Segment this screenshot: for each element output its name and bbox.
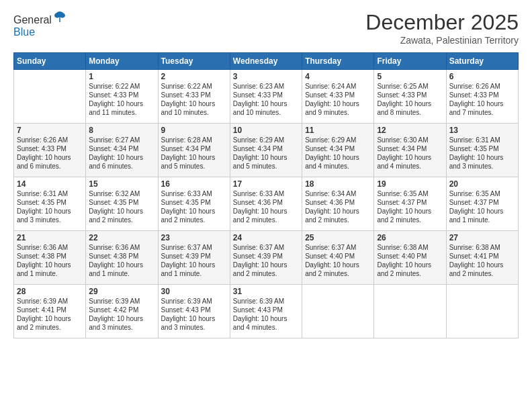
calendar-weekday-header: Monday [86,53,158,70]
header: General Blue December 2025 Zawata, Pales… [13,10,519,46]
page: General Blue December 2025 Zawata, Pales… [0,0,532,411]
calendar-cell: 26Sunrise: 6:38 AM Sunset: 4:40 PM Dayli… [374,231,446,285]
calendar-cell: 2Sunrise: 6:22 AM Sunset: 4:33 PM Daylig… [158,70,230,124]
calendar-cell: 23Sunrise: 6:37 AM Sunset: 4:39 PM Dayli… [158,231,230,285]
calendar-cell [374,285,446,338]
day-info: Sunrise: 6:38 AM Sunset: 4:40 PM Dayligh… [377,243,443,278]
day-number: 14 [17,179,83,189]
calendar-cell: 21Sunrise: 6:36 AM Sunset: 4:38 PM Dayli… [14,231,86,285]
calendar-week-row: 28Sunrise: 6:39 AM Sunset: 4:41 PM Dayli… [14,285,519,338]
day-number: 6 [449,72,515,81]
day-number: 1 [89,72,154,81]
day-number: 30 [161,287,227,296]
calendar-cell: 10Sunrise: 6:29 AM Sunset: 4:34 PM Dayli… [230,124,302,177]
calendar-cell [14,70,86,124]
day-number: 2 [161,72,227,81]
calendar-table: SundayMondayTuesdayWednesdayThursdayFrid… [13,52,519,338]
day-number: 28 [17,287,83,296]
calendar-cell: 8Sunrise: 6:27 AM Sunset: 4:34 PM Daylig… [86,124,158,177]
day-number: 18 [305,179,371,189]
day-number: 29 [89,287,154,296]
calendar-cell: 17Sunrise: 6:33 AM Sunset: 4:36 PM Dayli… [230,177,302,231]
calendar-cell: 22Sunrise: 6:36 AM Sunset: 4:38 PM Dayli… [86,231,158,285]
day-number: 19 [377,179,443,189]
calendar-cell: 15Sunrise: 6:32 AM Sunset: 4:35 PM Dayli… [86,177,158,231]
day-info: Sunrise: 6:31 AM Sunset: 4:35 PM Dayligh… [449,136,515,171]
calendar-cell: 4Sunrise: 6:24 AM Sunset: 4:33 PM Daylig… [302,70,374,124]
calendar-cell: 30Sunrise: 6:39 AM Sunset: 4:43 PM Dayli… [158,285,230,338]
day-number: 31 [233,287,299,296]
calendar-cell: 9Sunrise: 6:28 AM Sunset: 4:34 PM Daylig… [158,124,230,177]
day-number: 3 [233,72,299,81]
day-info: Sunrise: 6:38 AM Sunset: 4:41 PM Dayligh… [449,243,515,278]
day-info: Sunrise: 6:31 AM Sunset: 4:35 PM Dayligh… [17,189,83,224]
day-info: Sunrise: 6:39 AM Sunset: 4:43 PM Dayligh… [233,297,299,332]
calendar-cell: 13Sunrise: 6:31 AM Sunset: 4:35 PM Dayli… [446,124,518,177]
calendar-weekday-header: Wednesday [230,53,302,70]
day-info: Sunrise: 6:39 AM Sunset: 4:43 PM Dayligh… [161,297,227,332]
day-number: 7 [17,126,83,135]
day-info: Sunrise: 6:37 AM Sunset: 4:40 PM Dayligh… [305,243,371,278]
logo: General Blue [13,10,66,38]
calendar-cell: 6Sunrise: 6:26 AM Sunset: 4:33 PM Daylig… [446,70,518,124]
day-number: 25 [305,233,371,242]
day-info: Sunrise: 6:34 AM Sunset: 4:36 PM Dayligh… [305,189,371,224]
calendar-weekday-header: Thursday [302,53,374,70]
calendar-cell: 5Sunrise: 6:25 AM Sunset: 4:33 PM Daylig… [374,70,446,124]
title-block: December 2025 Zawata, Palestinian Territ… [365,10,519,46]
day-info: Sunrise: 6:39 AM Sunset: 4:41 PM Dayligh… [17,297,83,332]
logo-blue-text: Blue [13,26,35,38]
day-number: 11 [305,126,371,135]
day-number: 23 [161,233,227,242]
day-info: Sunrise: 6:29 AM Sunset: 4:34 PM Dayligh… [233,136,299,171]
calendar-cell [446,285,518,338]
day-number: 12 [377,126,443,135]
day-info: Sunrise: 6:35 AM Sunset: 4:37 PM Dayligh… [449,189,515,224]
calendar-cell: 27Sunrise: 6:38 AM Sunset: 4:41 PM Dayli… [446,231,518,285]
calendar-cell: 25Sunrise: 6:37 AM Sunset: 4:40 PM Dayli… [302,231,374,285]
day-info: Sunrise: 6:33 AM Sunset: 4:36 PM Dayligh… [233,189,299,224]
location-subtitle: Zawata, Palestinian Territory [365,35,519,46]
calendar-cell: 1Sunrise: 6:22 AM Sunset: 4:33 PM Daylig… [86,70,158,124]
day-number: 10 [233,126,299,135]
day-info: Sunrise: 6:36 AM Sunset: 4:38 PM Dayligh… [89,243,154,278]
day-number: 26 [377,233,443,242]
day-info: Sunrise: 6:27 AM Sunset: 4:34 PM Dayligh… [89,136,154,171]
day-number: 21 [17,233,83,242]
day-number: 8 [89,126,154,135]
calendar-cell: 12Sunrise: 6:30 AM Sunset: 4:34 PM Dayli… [374,124,446,177]
day-number: 22 [89,233,154,242]
calendar-cell: 28Sunrise: 6:39 AM Sunset: 4:41 PM Dayli… [14,285,86,338]
calendar-cell: 29Sunrise: 6:39 AM Sunset: 4:42 PM Dayli… [86,285,158,338]
calendar-week-row: 14Sunrise: 6:31 AM Sunset: 4:35 PM Dayli… [14,177,519,231]
calendar-weekday-header: Saturday [446,53,518,70]
calendar-cell: 24Sunrise: 6:37 AM Sunset: 4:39 PM Dayli… [230,231,302,285]
day-number: 17 [233,179,299,189]
day-info: Sunrise: 6:33 AM Sunset: 4:35 PM Dayligh… [161,189,227,224]
logo-bird-icon [53,10,66,24]
day-number: 4 [305,72,371,81]
day-number: 27 [449,233,515,242]
calendar-weekday-header: Tuesday [158,53,230,70]
day-number: 24 [233,233,299,242]
calendar-cell: 7Sunrise: 6:26 AM Sunset: 4:33 PM Daylig… [14,124,86,177]
day-info: Sunrise: 6:24 AM Sunset: 4:33 PM Dayligh… [305,82,371,117]
day-info: Sunrise: 6:28 AM Sunset: 4:34 PM Dayligh… [161,136,227,171]
day-number: 5 [377,72,443,81]
calendar-cell: 18Sunrise: 6:34 AM Sunset: 4:36 PM Dayli… [302,177,374,231]
day-info: Sunrise: 6:36 AM Sunset: 4:38 PM Dayligh… [17,243,83,278]
calendar-header-row: SundayMondayTuesdayWednesdayThursdayFrid… [14,53,519,70]
calendar-week-row: 1Sunrise: 6:22 AM Sunset: 4:33 PM Daylig… [14,70,519,124]
day-number: 16 [161,179,227,189]
day-info: Sunrise: 6:32 AM Sunset: 4:35 PM Dayligh… [89,189,154,224]
day-info: Sunrise: 6:37 AM Sunset: 4:39 PM Dayligh… [161,243,227,278]
calendar-weekday-header: Friday [374,53,446,70]
calendar-cell: 20Sunrise: 6:35 AM Sunset: 4:37 PM Dayli… [446,177,518,231]
day-info: Sunrise: 6:25 AM Sunset: 4:33 PM Dayligh… [377,82,443,117]
calendar-cell: 16Sunrise: 6:33 AM Sunset: 4:35 PM Dayli… [158,177,230,231]
day-info: Sunrise: 6:39 AM Sunset: 4:42 PM Dayligh… [89,297,154,332]
calendar-cell: 19Sunrise: 6:35 AM Sunset: 4:37 PM Dayli… [374,177,446,231]
day-info: Sunrise: 6:22 AM Sunset: 4:33 PM Dayligh… [161,82,227,117]
calendar-cell: 11Sunrise: 6:29 AM Sunset: 4:34 PM Dayli… [302,124,374,177]
day-info: Sunrise: 6:35 AM Sunset: 4:37 PM Dayligh… [377,189,443,224]
